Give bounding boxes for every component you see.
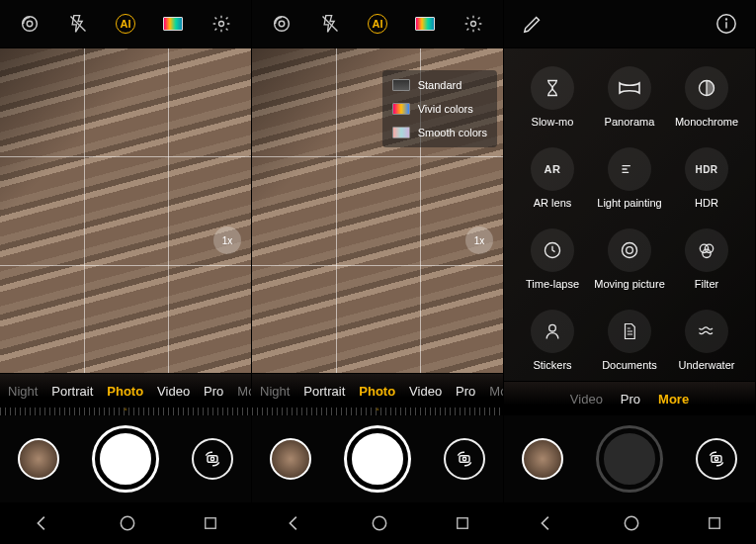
edit-icon[interactable]: [522, 13, 544, 35]
mode-more-cut[interactable]: Mo: [489, 384, 503, 399]
more-edit-bar: [504, 0, 755, 47]
mode-video[interactable]: Video: [570, 392, 603, 407]
nav-home-icon[interactable]: [622, 513, 641, 533]
nav-back-icon[interactable]: [284, 512, 305, 534]
filter-popup: Standard Vivid colors Smooth colors: [382, 70, 497, 147]
filter-icon[interactable]: [410, 9, 440, 39]
info-icon[interactable]: [715, 13, 737, 35]
lens-icon[interactable]: [15, 9, 44, 39]
nav-back-icon[interactable]: [536, 512, 557, 534]
panorama-icon: [608, 66, 651, 110]
mode-pro[interactable]: Pro: [621, 392, 640, 407]
mode-more-cut[interactable]: Mo: [237, 384, 251, 399]
mode-portrait[interactable]: Portrait: [303, 384, 345, 399]
mode-selector[interactable]: Video Pro More: [504, 382, 755, 415]
mode-hdr[interactable]: HDRHDR: [685, 147, 728, 209]
switch-camera-button[interactable]: [444, 438, 485, 480]
mode-stickers[interactable]: Stickers: [531, 310, 574, 371]
nav-recent-icon[interactable]: [202, 514, 219, 532]
shutter-button[interactable]: [347, 428, 408, 490]
zoom-button[interactable]: 1x: [213, 227, 241, 254]
mode-monochrome[interactable]: Monochrome: [675, 66, 738, 128]
mode-portrait[interactable]: Portrait: [51, 384, 93, 399]
svg-point-9: [279, 21, 285, 27]
svg-point-8: [275, 17, 290, 32]
shutter-button[interactable]: [95, 428, 156, 490]
svg-point-22: [627, 247, 633, 254]
mode-time-lapse[interactable]: Time-lapse: [526, 228, 579, 290]
svg-point-5: [210, 457, 213, 460]
mode-pro[interactable]: Pro: [204, 384, 223, 399]
stickers-icon: [531, 310, 574, 353]
filter-option-smooth[interactable]: Smooth colors: [388, 122, 491, 143]
filter-icon[interactable]: [158, 9, 188, 39]
shutter-button[interactable]: [599, 428, 660, 490]
mode-label: Underwater: [679, 359, 735, 371]
lens-icon[interactable]: [267, 9, 296, 39]
gallery-thumbnail[interactable]: [270, 438, 311, 480]
switch-camera-button[interactable]: [192, 438, 233, 480]
mode-photo[interactable]: Photo: [359, 384, 395, 399]
viewfinder[interactable]: 1x: [0, 47, 251, 374]
mode-pro[interactable]: Pro: [456, 384, 475, 399]
svg-point-0: [23, 17, 38, 32]
mode-video[interactable]: Video: [157, 384, 190, 399]
nav-home-icon[interactable]: [370, 513, 389, 533]
mode-more[interactable]: More: [658, 392, 689, 407]
svg-point-1: [27, 21, 33, 27]
switch-camera-button[interactable]: [696, 438, 737, 480]
zoom-ruler[interactable]: [0, 408, 251, 415]
nav-recent-icon[interactable]: [454, 514, 471, 532]
mode-moving-picture[interactable]: Moving picture: [594, 228, 665, 290]
filter-option-standard[interactable]: Standard: [388, 74, 491, 96]
mode-night[interactable]: Night: [260, 384, 290, 399]
mode-selector[interactable]: Night Portrait Photo Video Pro Mo: [252, 374, 503, 408]
mode-filter[interactable]: Filter: [685, 228, 728, 290]
zoom-ruler[interactable]: [252, 408, 503, 415]
mode-ar-lens[interactable]: ARAR lens: [531, 147, 574, 209]
mode-label: AR lens: [534, 197, 572, 209]
gallery-thumbnail[interactable]: [522, 438, 563, 480]
viewfinder[interactable]: Standard Vivid colors Smooth colors 1x: [252, 47, 503, 374]
mode-label: Panorama: [605, 116, 655, 128]
mode-slow-mo[interactable]: Slow-mo: [531, 66, 574, 128]
android-navbar: [504, 502, 755, 544]
mode-light-painting[interactable]: Light painting: [597, 147, 661, 209]
nav-back-icon[interactable]: [32, 512, 53, 534]
svg-point-13: [462, 457, 465, 460]
top-toolbar: AI: [252, 0, 503, 47]
zoom-button[interactable]: 1x: [465, 227, 493, 254]
swatch-standard-icon: [392, 79, 410, 91]
mode-documents[interactable]: Documents: [602, 310, 657, 371]
nav-home-icon[interactable]: [118, 513, 137, 533]
mode-panorama[interactable]: Panorama: [605, 66, 655, 128]
phone-screen-3: Slow-moPanoramaMonochromeARAR lensLight …: [504, 0, 756, 544]
gallery-thumbnail[interactable]: [18, 438, 59, 480]
filter-option-vivid[interactable]: Vivid colors: [388, 98, 491, 120]
mode-label: Time-lapse: [526, 278, 579, 290]
ar-icon: AR: [531, 147, 574, 191]
mode-label: Slow-mo: [532, 116, 574, 128]
mode-label: Filter: [695, 278, 718, 290]
settings-icon[interactable]: [207, 9, 236, 39]
mode-photo[interactable]: Photo: [107, 384, 143, 399]
mode-video[interactable]: Video: [409, 384, 442, 399]
phone-screen-2: AI Standard Vivid colors Smooth colors 1…: [252, 0, 504, 544]
flash-off-icon[interactable]: [315, 9, 345, 39]
flash-off-icon[interactable]: [63, 9, 93, 39]
settings-icon[interactable]: [459, 9, 488, 39]
mode-selector[interactable]: Night Portrait Photo Video Pro Mo: [0, 374, 251, 408]
timelapse-icon: [531, 228, 574, 272]
ai-icon[interactable]: AI: [111, 9, 140, 39]
mode-underwater[interactable]: Underwater: [679, 310, 735, 371]
svg-point-21: [622, 243, 636, 258]
svg-rect-31: [709, 518, 719, 529]
mode-grid: Slow-moPanoramaMonochromeARAR lensLight …: [504, 48, 755, 381]
filter-label: Vivid colors: [418, 103, 473, 115]
svg-point-24: [705, 244, 713, 252]
mode-label: Stickers: [533, 359, 571, 371]
shutter-row: [252, 415, 503, 502]
mode-night[interactable]: Night: [8, 384, 38, 399]
nav-recent-icon[interactable]: [706, 514, 723, 532]
ai-icon[interactable]: AI: [363, 9, 392, 39]
